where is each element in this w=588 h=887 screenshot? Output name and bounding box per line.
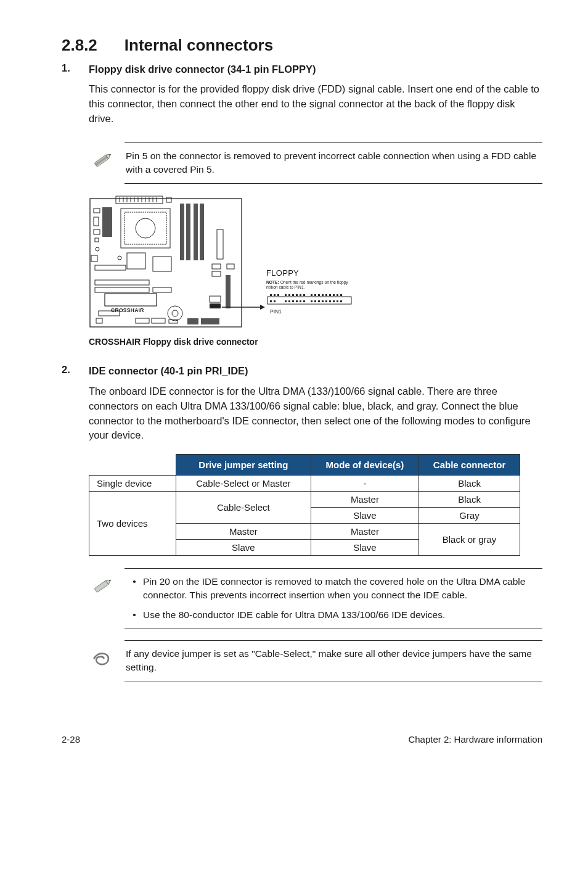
- svg-rect-82: [314, 300, 316, 302]
- table-row: Single device Cable-Select or Master - B…: [89, 476, 520, 492]
- pencil-icon: [89, 147, 115, 173]
- svg-rect-86: [329, 300, 331, 302]
- svg-rect-28: [200, 204, 204, 260]
- svg-rect-52: [227, 264, 234, 269]
- svg-rect-16: [94, 217, 99, 226]
- svg-rect-36: [217, 229, 223, 259]
- svg-rect-43: [136, 318, 149, 323]
- svg-rect-61: [296, 294, 298, 296]
- svg-rect-23: [125, 212, 166, 244]
- svg-rect-77: [292, 300, 294, 302]
- svg-point-20: [96, 247, 99, 251]
- jumper-settings-table: Drive jumper setting Mode of device(s) C…: [89, 454, 520, 556]
- item-body: The onboard IDE connector is for the Ult…: [89, 384, 542, 444]
- svg-rect-33: [95, 287, 149, 292]
- svg-rect-21: [91, 255, 97, 262]
- svg-rect-45: [169, 320, 178, 323]
- motherboard-schematic: CROSSHAIR: [89, 195, 249, 336]
- svg-rect-87: [333, 300, 335, 302]
- svg-rect-84: [322, 300, 324, 302]
- svg-rect-90: [94, 580, 108, 592]
- note-text: Pin 20 on the IDE connector is removed t…: [143, 575, 540, 601]
- svg-rect-58: [285, 294, 287, 296]
- table-header: Drive jumper setting: [176, 455, 311, 476]
- svg-rect-22: [121, 208, 170, 248]
- item-number: 1.: [62, 62, 89, 76]
- svg-rect-17: [102, 207, 112, 237]
- section-heading: 2.8.2Internal connectors: [62, 36, 542, 55]
- svg-rect-75: [285, 300, 287, 302]
- svg-rect-71: [337, 294, 338, 296]
- svg-rect-72: [340, 294, 342, 296]
- svg-rect-25: [180, 204, 184, 260]
- svg-rect-64: [311, 294, 312, 296]
- table-row: Two devices Cable-Select Master Black: [89, 492, 520, 508]
- svg-rect-69: [329, 294, 331, 296]
- item-body: This connector is for the provided flopp…: [89, 82, 542, 126]
- pin-label: PIN1: [270, 308, 282, 315]
- svg-rect-76: [288, 300, 290, 302]
- svg-rect-68: [325, 294, 327, 296]
- svg-rect-57: [277, 294, 279, 296]
- section-title-text: Internal connectors: [125, 36, 273, 54]
- board-label: CROSSHAIR: [111, 307, 144, 313]
- svg-rect-62: [300, 294, 301, 296]
- svg-rect-26: [186, 204, 190, 260]
- svg-rect-44: [152, 318, 165, 323]
- pin-header-icon: [266, 293, 359, 305]
- svg-rect-67: [322, 294, 324, 296]
- paperclip-icon: [89, 645, 115, 671]
- svg-rect-54: [267, 297, 351, 304]
- svg-rect-63: [303, 294, 305, 296]
- svg-rect-73: [270, 300, 272, 302]
- svg-rect-39: [105, 294, 157, 306]
- svg-rect-47: [201, 318, 219, 324]
- svg-rect-14: [166, 197, 171, 202]
- svg-rect-38: [212, 271, 221, 276]
- svg-rect-59: [288, 294, 290, 296]
- svg-rect-31: [153, 257, 171, 271]
- svg-rect-0: [94, 155, 108, 167]
- table-header: Cable connector: [419, 455, 520, 476]
- svg-point-41: [168, 306, 182, 321]
- chapter-title: Chapter 2: Hardware information: [408, 734, 542, 745]
- svg-rect-18: [94, 229, 100, 234]
- svg-rect-29: [127, 253, 145, 269]
- svg-rect-79: [300, 300, 301, 302]
- svg-rect-65: [314, 294, 316, 296]
- svg-rect-74: [274, 300, 276, 302]
- connector-title: FLOPPY: [266, 268, 299, 278]
- figure-floppy: CROSSHAIR FLOPPY NOTE: Orient the red ma…: [89, 195, 385, 347]
- svg-rect-88: [337, 300, 338, 302]
- svg-rect-37: [212, 264, 221, 269]
- svg-rect-48: [96, 318, 102, 323]
- svg-rect-55: [270, 294, 272, 296]
- svg-rect-19: [95, 238, 99, 242]
- svg-rect-89: [340, 300, 342, 302]
- svg-point-30: [118, 256, 121, 260]
- svg-rect-15: [94, 208, 100, 213]
- svg-rect-81: [311, 300, 312, 302]
- section-number: 2.8.2: [62, 36, 97, 55]
- svg-rect-51: [226, 275, 231, 308]
- item-title: Floppy disk drive connector (34-1 pin FL…: [89, 62, 316, 76]
- svg-rect-46: [187, 318, 198, 324]
- item-number: 2.: [62, 364, 89, 377]
- svg-rect-56: [274, 294, 276, 296]
- pencil-icon: [89, 573, 115, 599]
- item-title: IDE connector (40-1 pin PRI_IDE): [89, 364, 248, 377]
- svg-rect-49: [210, 296, 221, 302]
- figure-caption: CROSSHAIR Floppy disk drive connector: [89, 337, 385, 347]
- svg-rect-78: [296, 300, 298, 302]
- svg-rect-60: [292, 294, 294, 296]
- svg-rect-2: [116, 196, 163, 204]
- svg-rect-32: [95, 280, 149, 285]
- svg-rect-66: [318, 294, 320, 296]
- svg-rect-27: [194, 204, 198, 260]
- svg-rect-35: [95, 265, 126, 270]
- pointer-arrow-icon: [222, 304, 265, 310]
- table-header: Mode of device(s): [311, 455, 419, 476]
- note-text: Use the 80-conductor IDE cable for Ultra…: [143, 608, 540, 622]
- svg-point-42: [172, 310, 178, 316]
- page-number: 2-28: [62, 734, 80, 745]
